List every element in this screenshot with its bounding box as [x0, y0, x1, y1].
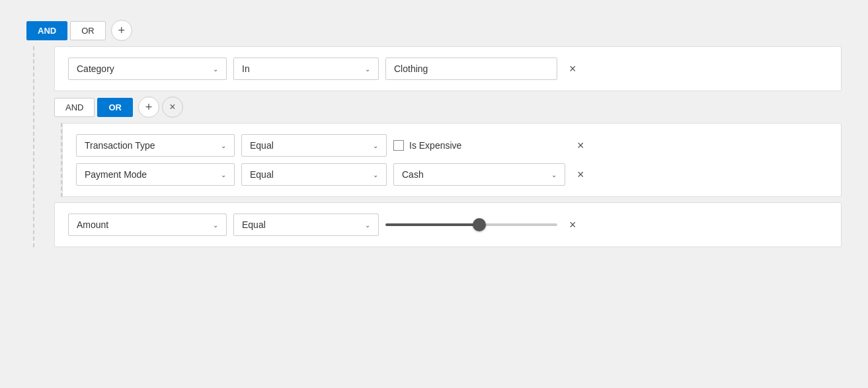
payment-mode-value-label: Cash	[402, 169, 424, 180]
transaction-type-operator-chevron-icon: ⌄	[373, 142, 378, 149]
category-operator-chevron-icon: ⌄	[365, 65, 370, 73]
transaction-type-row: Transaction Type ⌄ Equal ⌄ Is Expensive …	[76, 134, 828, 157]
category-close-button[interactable]: ×	[564, 59, 582, 79]
amount-field-dropdown[interactable]: Amount ⌄	[68, 213, 227, 236]
transaction-type-field-label: Transaction Type	[85, 140, 155, 151]
transaction-type-operator-dropdown[interactable]: Equal ⌄	[241, 134, 387, 157]
or-group-inner-block: Transaction Type ⌄ Equal ⌄ Is Expensive …	[62, 123, 842, 197]
category-value-box: Clothing	[385, 58, 557, 80]
category-operator-label: In	[242, 63, 250, 74]
category-operator-dropdown[interactable]: In ⌄	[233, 58, 379, 80]
or-group-add-button[interactable]: +	[138, 97, 159, 118]
category-field-dropdown[interactable]: Category ⌄	[68, 58, 227, 80]
payment-mode-value-chevron-icon: ⌄	[551, 171, 557, 178]
or-group-or-button[interactable]: OR	[97, 98, 133, 117]
amount-slider[interactable]	[385, 223, 557, 226]
category-field-label: Category	[77, 63, 114, 74]
transaction-type-close-button[interactable]: ×	[572, 136, 590, 155]
is-expensive-label: Is Expensive	[409, 140, 461, 151]
payment-mode-field-dropdown[interactable]: Payment Mode ⌄	[76, 163, 235, 186]
or-group-and-button[interactable]: AND	[54, 98, 95, 117]
transaction-type-operator-label: Equal	[250, 140, 274, 151]
amount-slider-container	[385, 223, 557, 226]
amount-operator-label: Equal	[242, 219, 266, 230]
payment-mode-row: Payment Mode ⌄ Equal ⌄ Cash ⌄ ×	[76, 163, 828, 186]
amount-condition-block: Amount ⌄ Equal ⌄ ×	[54, 202, 842, 247]
amount-operator-dropdown[interactable]: Equal ⌄	[233, 213, 379, 236]
category-condition-row: Category ⌄ In ⌄ Clothing ×	[68, 58, 828, 80]
payment-mode-field-chevron-icon: ⌄	[221, 171, 226, 178]
amount-field-chevron-icon: ⌄	[213, 221, 218, 229]
top-or-button[interactable]: OR	[70, 21, 106, 40]
amount-condition-row: Amount ⌄ Equal ⌄ ×	[68, 213, 828, 236]
payment-mode-value-dropdown[interactable]: Cash ⌄	[393, 163, 565, 186]
or-group-close-button[interactable]: ×	[162, 97, 183, 118]
or-group-container: AND OR + × Transaction Type ⌄ Equal	[54, 97, 842, 197]
transaction-type-chevron-icon: ⌄	[221, 142, 226, 149]
payment-mode-close-button[interactable]: ×	[572, 165, 590, 184]
payment-mode-field-label: Payment Mode	[85, 169, 147, 180]
amount-field-label: Amount	[77, 219, 108, 230]
filter-builder: AND OR + Category ⌄ In ⌄ Clothing ×	[13, 13, 855, 259]
top-group-wrapper: Category ⌄ In ⌄ Clothing × AND OR + ×	[33, 46, 842, 247]
amount-close-button[interactable]: ×	[564, 215, 582, 235]
amount-operator-chevron-icon: ⌄	[365, 221, 370, 229]
top-and-button[interactable]: AND	[26, 21, 67, 40]
category-value-text: Clothing	[394, 63, 428, 74]
or-group-bar: AND OR + ×	[54, 97, 842, 118]
is-expensive-checkbox[interactable]	[393, 140, 404, 151]
transaction-type-field-dropdown[interactable]: Transaction Type ⌄	[76, 134, 235, 157]
payment-mode-operator-dropdown[interactable]: Equal ⌄	[241, 163, 387, 186]
is-expensive-checkbox-area: Is Expensive	[393, 140, 565, 151]
category-condition-block: Category ⌄ In ⌄ Clothing ×	[54, 46, 842, 91]
payment-mode-operator-chevron-icon: ⌄	[373, 171, 378, 178]
category-field-chevron-icon: ⌄	[213, 65, 218, 73]
top-logic-bar: AND OR +	[26, 20, 842, 41]
top-add-button[interactable]: +	[111, 20, 132, 41]
or-group-inner-wrapper: Transaction Type ⌄ Equal ⌄ Is Expensive …	[61, 123, 842, 197]
payment-mode-operator-label: Equal	[250, 169, 274, 180]
